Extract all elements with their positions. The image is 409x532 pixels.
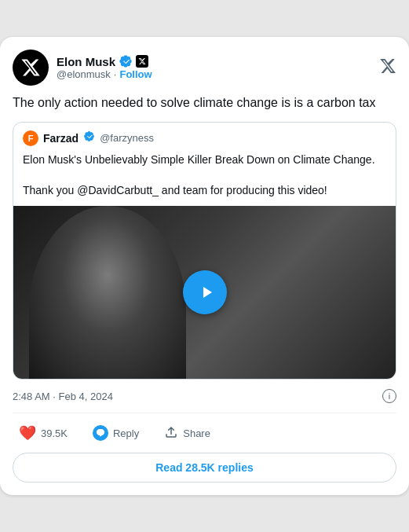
quote-text: Elon Musk's Unbelievably Simple Killer B… [13,149,396,207]
dot-separator: · [114,68,117,80]
like-button[interactable]: ❤️ 39.5K [13,421,74,445]
tweet-card: Elon Musk @elonmusk · Foll [0,37,409,496]
quote-verified-badge [83,130,95,145]
quote-video-thumbnail[interactable] [13,206,396,379]
author-info: Elon Musk @elonmusk · Foll [57,54,152,80]
reply-icon [96,428,105,438]
x-logo-icon [20,57,41,78]
avatar[interactable] [13,50,49,86]
reply-button[interactable]: Reply [86,422,145,444]
quote-tweet-card[interactable]: F Farzad @farzyness Elon Musk's Unbeliev… [13,122,396,380]
quote-author-handle: @farzyness [100,132,154,144]
info-button[interactable]: i [382,389,396,403]
tweet-text: The only action needed to solve climate … [13,94,396,112]
author-section: Elon Musk @elonmusk · Foll [13,50,152,86]
quote-avatar: F [23,130,38,146]
quote-header: F Farzad @farzyness [13,123,396,149]
like-count: 39.5K [41,427,68,439]
play-icon [197,283,216,302]
tweet-header: Elon Musk @elonmusk · Foll [13,50,396,86]
tweet-timestamp: 2:48 AM · Feb 4, 2024 i [13,389,396,403]
read-replies-button[interactable]: Read 28.5K replies [13,453,396,482]
tweet-actions: ❤️ 39.5K Reply Share [13,421,396,445]
author-name-row: Elon Musk [57,54,152,68]
reply-bubble-icon [93,425,108,441]
x-small-icon [138,57,146,65]
author-handle: @elonmusk [57,68,111,80]
play-button[interactable] [183,270,227,314]
more-options-button[interactable] [379,57,396,78]
quote-author-name: Farzad [43,132,79,145]
divider [13,413,396,413]
video-thumbnail-face [29,206,186,379]
reply-label: Reply [113,427,139,439]
heart-icon: ❤️ [19,424,36,442]
author-name: Elon Musk [57,55,115,68]
x-premium-badge [136,55,148,68]
follow-button[interactable]: Follow [119,68,152,80]
share-button[interactable]: Share [158,422,217,445]
author-handle-row: @elonmusk · Follow [57,68,152,80]
share-icon [164,425,178,442]
share-label: Share [183,427,210,439]
verified-badge [119,54,133,68]
